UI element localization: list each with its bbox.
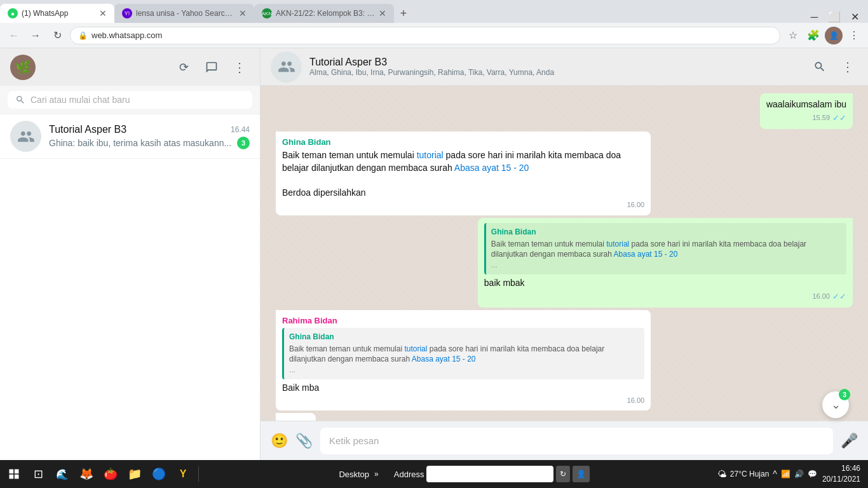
- message-ticks-3: ✓✓: [832, 291, 846, 302]
- extensions-button[interactable]: 🧩: [804, 27, 822, 44]
- back-button[interactable]: ←: [5, 27, 23, 44]
- message-sender-2: Ghina Bidan: [282, 137, 644, 148]
- emoji-button[interactable]: 🙂: [271, 433, 288, 449]
- message-bubble-2: Ghina Bidan Baik teman teman untuk memul…: [276, 132, 651, 215]
- message-meta-2: 16.00: [282, 200, 644, 210]
- address-text: web.whatsapp.com: [92, 30, 772, 40]
- message-bubble-4: Rahima Bidan Ghina Bidan Baik teman tema…: [276, 310, 651, 410]
- quoted-message-4: Ghina Bidan Baik teman teman untuk memul…: [282, 328, 644, 379]
- tab-whatsapp[interactable]: ● (1) WhatsApp ✕: [0, 4, 114, 23]
- taskbar-separator: [198, 466, 199, 482]
- chat-search-button[interactable]: [810, 57, 830, 77]
- menu-icon[interactable]: ⋮: [229, 57, 250, 78]
- message-meta-4: 16.00: [282, 396, 644, 405]
- message-bubble-3: Ghina Bidan Baik teman teman untuk memul…: [478, 218, 853, 308]
- message-input[interactable]: [329, 435, 824, 446]
- unread-badge: 3: [237, 137, 250, 149]
- taskbar-address-input[interactable]: [426, 466, 553, 482]
- volume-icon: 🔊: [794, 470, 804, 478]
- taskbar: ⊡ 🌊 🦊 🍅 📁 🔵 Y Desktop » Address ↻ 👤 🌤 27…: [0, 460, 868, 488]
- chat-icon[interactable]: [201, 57, 222, 78]
- message-row-1: waalaikumsalam ibu 15.59 ✓✓: [276, 93, 853, 129]
- message-text-4: Baik mba: [282, 382, 644, 395]
- address-label: Address: [394, 470, 424, 479]
- message-row-4: Rahima Bidan Ghina Bidan Baik teman tema…: [276, 310, 853, 410]
- message-meta-1: 15.59 ✓✓: [766, 112, 846, 124]
- message-row-5: Yumna: [276, 413, 853, 421]
- chat-time: 16.44: [231, 125, 250, 134]
- quoted-sender-3: Ghina Bidan: [491, 227, 841, 238]
- chat-info-bottom: Ghina: baik ibu, terima kasih atas masuk…: [49, 137, 250, 149]
- chat-members: Alma, Ghina, Ibu, Irna, Purwaningsih, Ra…: [309, 68, 802, 77]
- minimize-button[interactable]: ─: [807, 11, 822, 23]
- akn-favicon: AKN: [262, 8, 272, 18]
- yahoo-favicon: Y!: [122, 8, 132, 18]
- message-sender-4: Rahima Bidan: [282, 315, 644, 327]
- chat-header: Tutorial Asper B3 Alma, Ghina, Ibu, Irna…: [261, 48, 868, 86]
- chat-title: Tutorial Asper B3: [309, 57, 802, 68]
- y-icon[interactable]: Y: [172, 463, 194, 485]
- tomato-icon[interactable]: 🍅: [99, 463, 122, 485]
- chat-info: Tutorial Asper B3 16.44 Ghina: baik ibu,…: [49, 124, 250, 149]
- browser-tabs: ● (1) WhatsApp ✕ Y! lensa unisa - Yahoo …: [0, 0, 868, 23]
- user-avatar[interactable]: 🌿: [10, 55, 36, 80]
- close-button[interactable]: ✕: [847, 11, 863, 23]
- tab-yahoo[interactable]: Y! lensa unisa - Yahoo Search Resul... ✕: [114, 4, 254, 23]
- up-arrow-icon[interactable]: ^: [773, 469, 777, 479]
- address-bar[interactable]: 🔒 web.whatsapp.com: [70, 27, 780, 44]
- chat-group-avatar[interactable]: [271, 51, 302, 83]
- chat-preview: Ghina: baik ibu, terima kasih atas masuk…: [49, 138, 237, 148]
- start-button[interactable]: [3, 463, 25, 485]
- status-icon[interactable]: ⟳: [173, 57, 194, 78]
- more-button[interactable]: ⋮: [845, 27, 863, 44]
- taskbar-clock: 16:46 20/11/2021: [822, 463, 860, 485]
- message-ticks-1: ✓✓: [832, 112, 846, 124]
- chrome-icon[interactable]: 🔵: [147, 463, 170, 485]
- chat-name: Tutorial Asper B3: [49, 124, 126, 135]
- tab-akn-close[interactable]: ✕: [379, 8, 386, 18]
- chevron-down-icon: ⌄: [831, 398, 841, 412]
- chat-list: Tutorial Asper B3 16.44 Ghina: baik ibu,…: [0, 114, 260, 460]
- forward-button[interactable]: →: [27, 27, 44, 44]
- folder-icon[interactable]: 📁: [123, 463, 146, 485]
- chat-item-tutorial[interactable]: Tutorial Asper B3 16.44 Ghina: baik ibu,…: [0, 114, 260, 159]
- message-time-2: 16.00: [627, 200, 645, 210]
- taskview-button[interactable]: ⊡: [27, 463, 50, 485]
- tab-whatsapp-close[interactable]: ✕: [99, 8, 107, 18]
- search-bar: [0, 86, 260, 114]
- search-input[interactable]: [31, 95, 245, 105]
- refresh-button[interactable]: ↻: [48, 27, 66, 44]
- tab-yahoo-title: lensa unisa - Yahoo Search Resul...: [136, 9, 235, 18]
- scroll-down-button[interactable]: 3 ⌄: [822, 391, 849, 418]
- search-icon: [15, 95, 25, 105]
- scroll-badge: 3: [839, 389, 850, 400]
- taskbar-address-bar: Address ↻ 👤: [394, 466, 590, 482]
- microphone-button[interactable]: 🎤: [841, 433, 858, 449]
- clock-date: 20/11/2021: [822, 474, 860, 485]
- new-tab-button[interactable]: +: [394, 4, 413, 23]
- chat-info-header[interactable]: Tutorial Asper B3 Alma, Ghina, Ibu, Irna…: [309, 57, 802, 77]
- firefox-icon[interactable]: 🦊: [75, 463, 98, 485]
- clock-time: 16:46: [822, 463, 860, 474]
- message-row-2: Ghina Bidan Baik teman teman untuk memul…: [276, 132, 853, 215]
- taskbar-right: 🌤 27°C Hujan ^ 📶 🔊 💬 16:46 20/11/2021: [717, 463, 865, 485]
- quoted-sender-4: Ghina Bidan: [289, 332, 639, 342]
- attach-button[interactable]: 📎: [295, 433, 313, 449]
- tab-akn-title: AKN-21/22: Kelompok B3: Kelom...: [276, 9, 375, 18]
- tab-akn[interactable]: AKN AKN-21/22: Kelompok B3: Kelom... ✕: [254, 4, 394, 23]
- chat-menu-button[interactable]: ⋮: [837, 57, 858, 77]
- profile-button[interactable]: 👤: [825, 27, 843, 44]
- bookmark-button[interactable]: ☆: [784, 27, 802, 44]
- search-inner: [8, 91, 252, 109]
- desktop-label: Desktop: [339, 470, 369, 479]
- message-sender-5: Yumna: [282, 418, 309, 421]
- notification-icon: 💬: [808, 470, 817, 478]
- taskbar-go-button[interactable]: ↻: [556, 466, 570, 482]
- restore-button[interactable]: ⬜: [824, 11, 844, 23]
- tab-yahoo-close[interactable]: ✕: [239, 8, 247, 18]
- taskbar-user-button[interactable]: 👤: [573, 466, 590, 482]
- edge-icon[interactable]: 🌊: [51, 463, 74, 485]
- chat-info-top: Tutorial Asper B3 16.44: [49, 124, 250, 135]
- toolbar-actions: ☆ 🧩 👤 ⋮: [784, 27, 863, 44]
- whatsapp-app: 🌿 ⟳ ⋮: [0, 48, 868, 460]
